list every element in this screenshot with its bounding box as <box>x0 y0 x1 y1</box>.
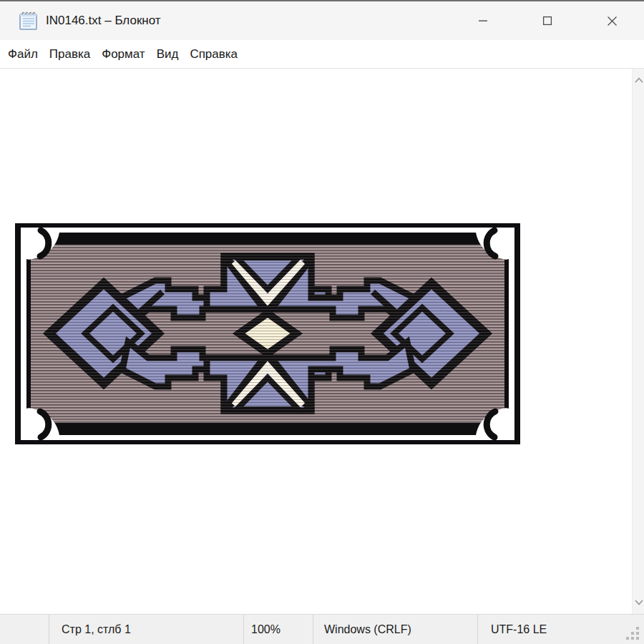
menu-help[interactable]: Справка <box>184 47 243 62</box>
resize-grip-icon[interactable] <box>625 626 640 641</box>
chevron-up-icon <box>635 77 643 83</box>
scroll-down-button[interactable] <box>633 597 644 608</box>
line-endings-text: Windows (CRLF) <box>324 623 411 636</box>
notepad-window: IN0146.txt – Блокнот Файл Правка Формат <box>0 0 644 644</box>
maximize-icon <box>542 16 552 26</box>
status-zoom-level: 100% <box>243 615 313 644</box>
status-encoding: UTF-16 LE <box>477 615 644 644</box>
menu-format[interactable]: Формат <box>96 47 150 62</box>
notepad-icon <box>17 10 39 31</box>
scroll-up-button[interactable] <box>633 74 644 86</box>
close-icon <box>607 16 618 26</box>
minimize-button[interactable] <box>451 1 515 40</box>
window-controls <box>451 1 644 40</box>
encoding-text: UTF-16 LE <box>491 623 547 636</box>
zoom-level-text: 100% <box>251 623 280 636</box>
status-cursor-position: Стр 1, стлб 1 <box>49 615 243 644</box>
menu-view[interactable]: Вид <box>151 47 185 62</box>
rug-art-svg <box>15 223 520 444</box>
window-title: IN0146.txt – Блокнот <box>46 14 161 28</box>
cursor-position-text: Стр 1, стлб 1 <box>62 623 131 636</box>
vertical-scrollbar[interactable] <box>632 69 644 614</box>
text-content-area[interactable] <box>0 69 644 614</box>
rug-scanline-overlay <box>31 245 504 423</box>
menu-edit[interactable]: Правка <box>44 47 96 62</box>
title-bar[interactable]: IN0146.txt – Блокнот <box>0 1 644 40</box>
maximize-button[interactable] <box>515 1 580 40</box>
close-button[interactable] <box>580 1 644 40</box>
status-line-endings: Windows (CRLF) <box>313 615 477 644</box>
rug-ansi-art <box>15 223 520 444</box>
menu-bar: Файл Правка Формат Вид Справка <box>0 40 644 69</box>
chevron-down-icon <box>635 600 643 605</box>
menu-file[interactable]: Файл <box>2 47 44 62</box>
status-blank-cell <box>0 615 49 644</box>
minimize-icon <box>478 16 488 26</box>
status-bar: Стр 1, стлб 1 100% Windows (CRLF) UTF-16… <box>0 614 644 644</box>
